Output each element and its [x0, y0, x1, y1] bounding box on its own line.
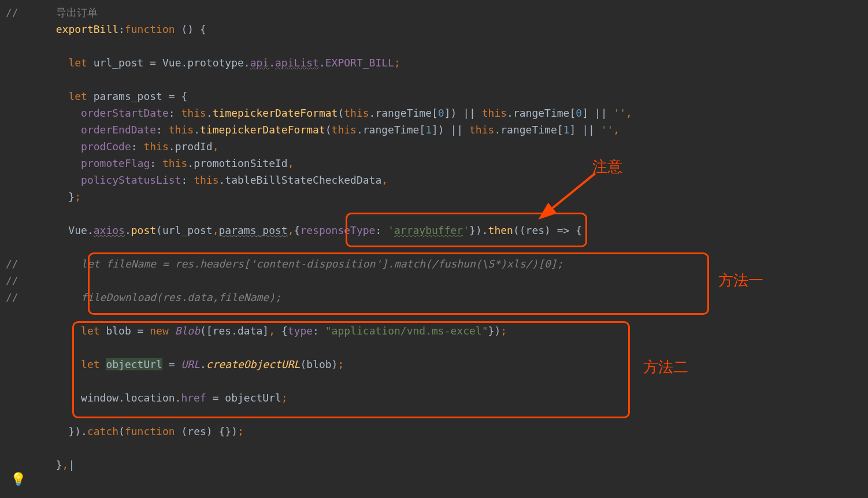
code-line[interactable]: [0, 407, 868, 423]
method: then: [488, 224, 513, 236]
keyword: this: [332, 124, 357, 136]
keyword: this: [169, 124, 194, 136]
lightbulb-icon[interactable]: 💡: [10, 469, 26, 489]
code-line[interactable]: let params_post = {: [0, 88, 868, 105]
code-line[interactable]: [0, 373, 868, 390]
property: responseType: [300, 224, 375, 236]
code-line[interactable]: [0, 38, 868, 55]
keyword: this: [469, 124, 494, 136]
code-line[interactable]: window.location.href = objectUrl;: [0, 390, 868, 407]
method: timepickerDateFormat: [213, 107, 338, 119]
code-line[interactable]: let url_post = Vue.prototype.api.apiList…: [0, 55, 868, 72]
keyword: function: [125, 23, 181, 35]
property: href: [181, 392, 212, 404]
property: orderEndDate: [81, 124, 156, 136]
string: arraybuffer: [394, 224, 463, 236]
code-editor[interactable]: // 导出订单 exportBill:function () { let url…: [0, 0, 868, 498]
code-line[interactable]: }).catch(function (res) {});: [0, 423, 868, 440]
constant: EXPORT_BILL: [325, 57, 394, 69]
code-line[interactable]: },|: [0, 457, 868, 474]
keyword: let: [81, 358, 106, 370]
comment-code: fileDownload(res.data,fileName);: [81, 291, 281, 303]
code-line[interactable]: //: [0, 273, 868, 289]
class-name: Blob: [175, 325, 200, 337]
code-line[interactable]: orderStartDate: this.timepickerDateForma…: [0, 105, 868, 122]
code-line[interactable]: let objectUrl = URL.createObjectURL(blob…: [0, 356, 868, 373]
code-line[interactable]: prodCode: this.prodId,: [0, 139, 868, 155]
caret: |: [68, 459, 75, 471]
code-line[interactable]: [0, 340, 868, 356]
method: createObjectURL: [206, 358, 301, 370]
class-name: URL: [181, 358, 200, 370]
comment-code: let fileName = res.headers['content-disp…: [81, 258, 563, 270]
keyword: this: [162, 157, 187, 169]
code-line[interactable]: policyStatusList: this.tableBillStateChe…: [0, 172, 868, 189]
keyword: let: [81, 325, 106, 337]
method: timepickerDateFormat: [200, 124, 325, 136]
keyword: catch: [87, 425, 118, 437]
function-name: exportBill: [56, 23, 118, 35]
property: prodCode: [81, 140, 131, 153]
property: api: [250, 57, 269, 69]
keyword: let: [68, 57, 93, 69]
code-line[interactable]: promoteFlag: this.promotionSiteId,: [0, 155, 868, 172]
keyword: this: [143, 140, 168, 153]
keyword: let: [68, 90, 93, 102]
property: promoteFlag: [81, 157, 150, 169]
method: post: [131, 224, 156, 236]
code-line[interactable]: [0, 72, 868, 88]
property: type: [288, 325, 313, 337]
property: policyStatusList: [81, 174, 181, 186]
keyword: this: [181, 107, 206, 119]
highlighted-var: objectUrl: [106, 358, 162, 370]
comment-marker: //: [6, 6, 56, 18]
code-line[interactable]: // 导出订单: [0, 5, 868, 21]
keyword: this: [344, 107, 369, 119]
code-line[interactable]: };: [0, 189, 868, 206]
code-line[interactable]: [0, 239, 868, 256]
code-line[interactable]: [0, 306, 868, 323]
property: apiList: [275, 57, 319, 69]
code-line[interactable]: orderEndDate: this.timepickerDateFormat(…: [0, 122, 868, 139]
property: axios: [94, 224, 125, 236]
keyword: this: [482, 107, 507, 119]
code-line[interactable]: // let fileName = res.headers['content-d…: [0, 256, 868, 273]
code-line[interactable]: exportBill:function () {: [0, 21, 868, 38]
property: orderStartDate: [81, 107, 169, 119]
keyword: function: [125, 425, 181, 437]
code-line[interactable]: [0, 206, 868, 222]
code-line[interactable]: [0, 440, 868, 457]
keyword: this: [194, 174, 218, 186]
code-line[interactable]: Vue.axios.post(url_post,params_post,{res…: [0, 222, 868, 239]
comment-text: 导出订单: [56, 6, 98, 18]
keyword: new: [150, 325, 175, 337]
comment-marker: //: [6, 274, 18, 287]
comment-marker: //: [6, 258, 81, 270]
comment-marker: //: [6, 291, 81, 303]
code-line[interactable]: let blob = new Blob([res.data], {type: "…: [0, 323, 868, 340]
code-line[interactable]: // fileDownload(res.data,fileName);: [0, 289, 868, 306]
string: "application/vnd.ms-excel": [325, 325, 488, 337]
